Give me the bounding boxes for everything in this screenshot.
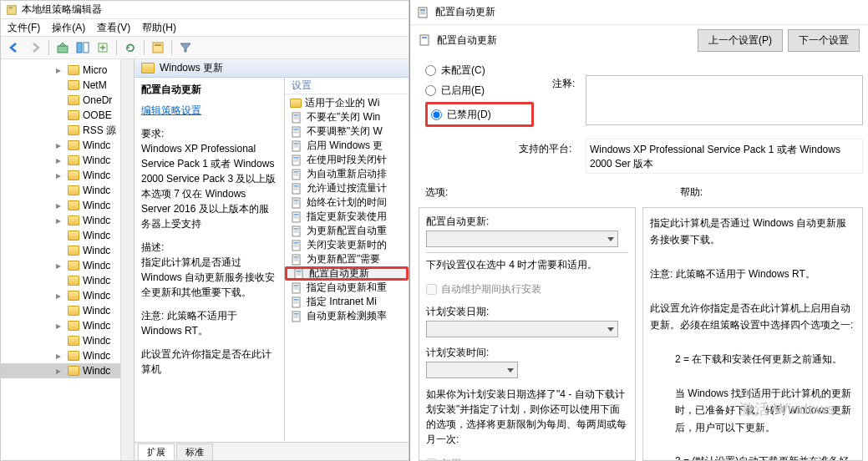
setting-item[interactable]: 允许通过按流量计	[285, 181, 409, 195]
svg-rect-51	[294, 260, 299, 261]
menu-view[interactable]: 查看(V)	[97, 21, 130, 35]
chevron-right-icon[interactable]: ▸	[56, 139, 64, 151]
setting-item[interactable]: 启用 Windows 更	[285, 139, 409, 153]
install-time-label: 计划安装时间:	[426, 346, 628, 360]
menu-file[interactable]: 文件(F)	[8, 21, 40, 35]
settings-header[interactable]: 设置	[285, 78, 409, 94]
tree-item[interactable]: ▸Windc	[1, 348, 134, 363]
install-date-combo[interactable]	[426, 321, 618, 337]
chevron-right-icon[interactable]: ▸	[56, 260, 64, 271]
setting-item[interactable]: 为更新配置自动重	[285, 224, 409, 238]
filter-button[interactable]	[176, 38, 195, 57]
setting-item[interactable]: 为更新配置"需要	[285, 252, 409, 266]
setting-item[interactable]: 为自动重新启动排	[285, 167, 409, 181]
content-header: Windows 更新	[135, 59, 409, 78]
forward-button[interactable]	[26, 38, 44, 57]
weekly-checkbox[interactable]: 每周	[426, 457, 628, 461]
tree-item[interactable]: OOBE	[1, 108, 134, 123]
next-setting-button[interactable]: 下一个设置	[788, 29, 860, 52]
refresh-button[interactable]	[121, 38, 140, 57]
setting-item[interactable]: 适用于企业的 Wi	[285, 96, 409, 110]
svg-rect-21	[294, 157, 299, 159]
menu-help[interactable]: 帮助(H)	[142, 21, 176, 35]
chevron-right-icon[interactable]: ▸	[56, 365, 64, 377]
desc-label: 描述:	[141, 240, 277, 255]
chevron-right-icon[interactable]: ▸	[56, 320, 64, 332]
tree-scrollbar[interactable]	[120, 59, 134, 460]
folder-icon	[68, 336, 79, 346]
chevron-right-icon[interactable]: ▸	[56, 155, 64, 166]
separator	[144, 40, 145, 55]
setting-item[interactable]: 自动更新检测频率	[285, 309, 409, 323]
menu-action[interactable]: 操作(A)	[52, 21, 85, 35]
setting-item[interactable]: 不要调整"关闭 W	[285, 124, 409, 139]
folder-icon	[68, 170, 79, 180]
edit-policy-link[interactable]: 编辑策略设置	[141, 104, 201, 116]
content-body: 配置自动更新 编辑策略设置 要求: Windows XP Professiona…	[135, 78, 409, 441]
tab-extended[interactable]: 扩展	[138, 443, 175, 460]
svg-rect-47	[294, 246, 299, 246]
tree-item[interactable]: ▸Windc	[1, 288, 134, 303]
tree-item[interactable]: ▸Windc	[1, 258, 134, 273]
show-hide-tree-button[interactable]	[74, 38, 92, 57]
separator	[116, 40, 117, 55]
setting-item[interactable]: 在使用时段关闭针	[285, 153, 409, 167]
separator	[48, 40, 49, 55]
tree-item[interactable]: ▸Windc	[1, 363, 134, 378]
tree-item[interactable]: NetM	[1, 78, 134, 93]
folder-icon	[68, 321, 79, 331]
chevron-right-icon[interactable]: ▸	[56, 200, 64, 211]
tree-item[interactable]: Windc	[1, 243, 134, 258]
tree-item[interactable]: RSS 源	[1, 123, 134, 138]
tab-standard[interactable]: 标准	[176, 443, 213, 460]
svg-rect-57	[294, 285, 299, 286]
policy-icon	[290, 197, 303, 209]
policy-icon	[419, 33, 432, 47]
chevron-right-icon[interactable]: ▸	[56, 64, 64, 76]
tree-item[interactable]: ▸Micro	[1, 63, 134, 78]
up-button[interactable]	[53, 38, 72, 57]
tree-item[interactable]: ▸Windc	[1, 198, 134, 213]
highlight-box-disabled: 已禁用(D)	[425, 102, 534, 127]
configure-update-combo[interactable]	[426, 230, 618, 247]
chevron-right-icon[interactable]: ▸	[56, 170, 64, 181]
setting-item[interactable]: 配置自动更新	[285, 266, 409, 281]
maintenance-checkbox[interactable]: 自动维护期间执行安装	[426, 282, 628, 296]
tree-item[interactable]: Windc	[1, 303, 134, 318]
policy-icon	[290, 112, 303, 124]
svg-rect-48	[292, 255, 300, 265]
app-icon	[6, 4, 18, 16]
tree-item[interactable]: Windc	[1, 183, 134, 198]
setting-item[interactable]: 不要在"关闭 Win	[285, 110, 409, 124]
setting-item[interactable]: 始终在计划的时间	[285, 195, 409, 210]
policy-icon	[290, 240, 303, 251]
setting-item[interactable]: 指定 Intranet Mi	[285, 295, 409, 309]
install-time-combo[interactable]	[426, 362, 518, 378]
back-button[interactable]	[6, 38, 24, 57]
tree-item[interactable]: Windc	[1, 333, 134, 348]
radio-disabled[interactable]: 已禁用(D)	[431, 104, 528, 124]
policy-icon	[290, 225, 303, 237]
setting-item[interactable]: 指定自动更新和重	[285, 281, 409, 295]
svg-rect-18	[294, 144, 299, 145]
tree-item[interactable]: ▸Windc	[1, 318, 134, 333]
tree-item[interactable]: ▸Windc	[1, 213, 134, 228]
chevron-right-icon[interactable]: ▸	[56, 215, 64, 226]
svg-rect-9	[294, 114, 299, 116]
tree-item[interactable]: Windc	[1, 273, 134, 288]
tree-item[interactable]: ▸Windc	[1, 153, 134, 168]
chevron-right-icon[interactable]: ▸	[56, 290, 64, 301]
tree-item[interactable]: OneDr	[1, 93, 134, 108]
prev-setting-button[interactable]: 上一个设置(P)	[698, 29, 783, 52]
properties-button[interactable]	[149, 38, 167, 57]
export-button[interactable]	[94, 38, 112, 57]
comment-textarea[interactable]	[586, 75, 863, 125]
chevron-right-icon[interactable]: ▸	[56, 350, 64, 362]
setting-item[interactable]: 关闭安装更新时的	[285, 238, 409, 252]
svg-rect-54	[297, 272, 302, 273]
setting-item[interactable]: 指定更新安装使用	[285, 210, 409, 224]
svg-rect-34	[294, 201, 299, 202]
tree-item[interactable]: Windc	[1, 228, 134, 243]
tree-item[interactable]: ▸Windc	[1, 138, 134, 153]
tree-item[interactable]: ▸Windc	[1, 168, 134, 183]
